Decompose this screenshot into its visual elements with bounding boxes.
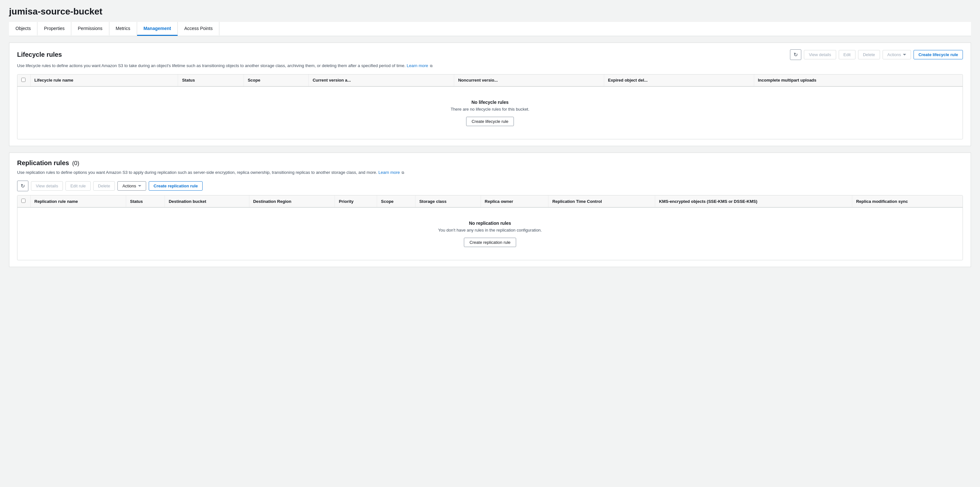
lifecycle-col-current: Current version a... [309,75,454,86]
replication-external-link-icon: ⧉ [402,170,404,175]
replication-actions-button[interactable]: Actions [118,181,146,191]
tab-metrics[interactable]: Metrics [109,22,137,36]
replication-delete-button[interactable]: Delete [93,181,115,191]
refresh-icon: ↻ [794,52,798,58]
lifecycle-view-details-button[interactable]: View details [804,50,836,59]
lifecycle-delete-button[interactable]: Delete [858,50,880,59]
tab-properties[interactable]: Properties [37,22,71,36]
replication-col-dest-region: Destination Region [249,196,335,207]
tab-management[interactable]: Management [137,22,178,36]
tab-access-points[interactable]: Access Points [178,22,220,36]
replication-section: Replication rules (0) Use replication ru… [9,153,971,267]
replication-col-storage-class: Storage class [415,196,480,207]
replication-col-kms: KMS-encrypted objects (SSE-KMS or DSSE-K… [655,196,852,207]
page-title: jumisa-source-bucket [9,6,971,17]
lifecycle-select-all-checkbox[interactable] [21,78,25,82]
lifecycle-col-status: Status [178,75,243,86]
chevron-down-icon [138,185,141,187]
replication-create-empty-button[interactable]: Create replication rule [464,238,516,247]
lifecycle-description: Use lifecycle rules to define actions yo… [17,62,963,69]
tab-objects[interactable]: Objects [9,22,37,36]
replication-edit-rule-button[interactable]: Edit rule [65,181,91,191]
replication-checkbox-col [18,196,30,207]
lifecycle-edit-button[interactable]: Edit [839,50,856,59]
lifecycle-col-name: Lifecycle rule name [30,75,178,86]
lifecycle-refresh-button[interactable]: ↻ [790,49,801,60]
lifecycle-col-scope: Scope [243,75,309,86]
lifecycle-col-noncurrent: Noncurrent versio... [454,75,604,86]
replication-learn-more-link[interactable]: Learn more [379,170,400,175]
chevron-down-icon [903,54,906,56]
lifecycle-create-button[interactable]: Create lifecycle rule [913,50,963,59]
lifecycle-empty-state: No lifecycle rules There are no lifecycl… [18,87,963,139]
replication-view-details-button[interactable]: View details [31,181,63,191]
replication-col-priority: Priority [335,196,377,207]
replication-title: Replication rules (0) [17,159,80,167]
refresh-icon: ↻ [21,183,25,189]
replication-refresh-button[interactable]: ↻ [17,181,29,191]
replication-empty-title: No replication rules [24,221,956,226]
replication-table-container: Replication rule name Status Destination… [17,195,963,260]
replication-col-name: Replication rule name [30,196,126,207]
replication-col-status: Status [126,196,165,207]
lifecycle-table-container: Lifecycle rule name Status Scope Current… [17,74,963,139]
lifecycle-table: Lifecycle rule name Status Scope Current… [18,75,963,139]
lifecycle-empty-desc: There are no lifecycle rules for this bu… [24,107,956,111]
replication-count: (0) [72,160,80,166]
replication-table: Replication rule name Status Destination… [18,196,963,260]
lifecycle-col-expired: Expired object del... [604,75,754,86]
replication-empty-desc: You don't have any rules in the replicat… [24,228,956,232]
replication-col-rtc: Replication Time Control [548,196,655,207]
replication-empty-state: No replication rules You don't have any … [18,208,963,260]
tab-permissions[interactable]: Permissions [71,22,109,36]
lifecycle-empty-title: No lifecycle rules [24,100,956,105]
lifecycle-actions-button[interactable]: Actions [883,50,911,59]
lifecycle-learn-more-link[interactable]: Learn more [407,63,428,68]
replication-col-dest-bucket: Destination bucket [164,196,249,207]
lifecycle-section: Lifecycle rules ↻ View details Edit Dele… [9,43,971,146]
replication-col-replica-owner: Replica owner [480,196,548,207]
lifecycle-title: Lifecycle rules [17,51,62,58]
lifecycle-col-incomplete: Incomplete multipart uploads [754,75,963,86]
external-link-icon: ⧉ [430,63,433,69]
replication-toolbar: ↻ View details Edit rule Delete Actions … [17,181,963,191]
replication-col-mod-sync: Replica modification sync [852,196,963,207]
tabs-nav: Objects Properties Permissions Metrics M… [9,22,971,36]
replication-create-button[interactable]: Create replication rule [149,181,202,191]
replication-description: Use replication rules to define options … [17,169,963,176]
replication-select-all-checkbox[interactable] [21,199,25,203]
lifecycle-toolbar: ↻ View details Edit Delete Actions Creat… [790,49,963,60]
lifecycle-create-empty-button[interactable]: Create lifecycle rule [466,117,514,126]
replication-col-scope: Scope [377,196,415,207]
lifecycle-checkbox-col [18,75,30,86]
